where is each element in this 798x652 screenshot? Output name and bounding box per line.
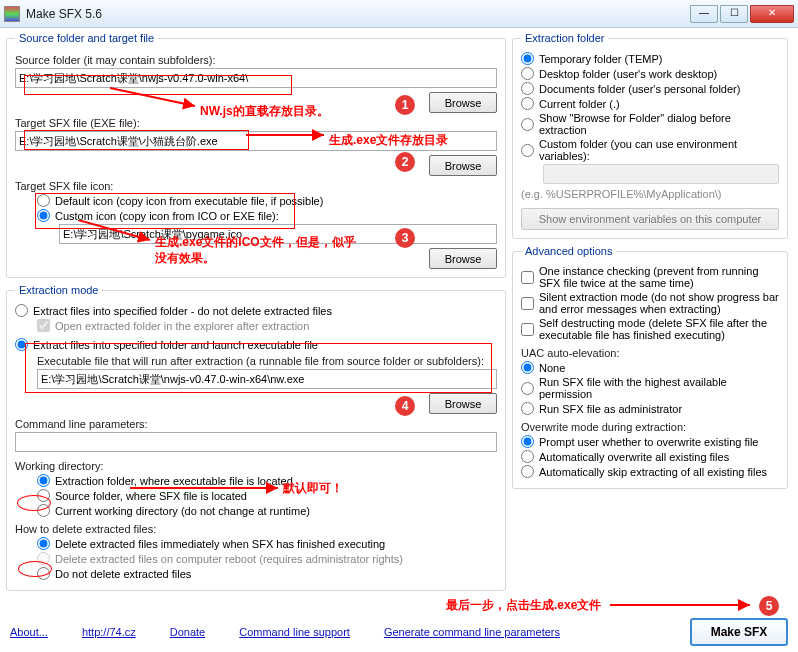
check-silent[interactable]: Silent extraction mode (do not show prog…	[521, 291, 779, 315]
footer: About... http://74.cz Donate Command lin…	[0, 618, 798, 646]
label-working-dir: Working directory:	[15, 460, 497, 472]
legend-advanced: Advanced options	[521, 245, 616, 257]
radio-ow-skip[interactable]: Automatically skip extracting of all exi…	[521, 465, 779, 478]
radio-uac-highest[interactable]: Run SFX file with the highest available …	[521, 376, 779, 400]
window-title: Make SFX 5.6	[26, 7, 688, 21]
radio-folder-current[interactable]: Current folder (.)	[521, 97, 779, 110]
label-cmd-params: Command line parameters:	[15, 418, 497, 430]
input-source-folder[interactable]	[15, 68, 497, 88]
app-icon	[4, 6, 20, 22]
browse-exe-button[interactable]: Browse	[429, 393, 497, 414]
label-source-folder: Source folder (it may contain subfolders…	[15, 54, 497, 66]
close-button[interactable]: ✕	[750, 5, 794, 23]
radio-wd-current[interactable]: Current working directory (do not change…	[37, 504, 497, 517]
label-delete-mode: How to delete extracted files:	[15, 523, 497, 535]
check-open-after: Open extracted folder in the explorer af…	[37, 319, 497, 332]
label-target-file: Target SFX file (EXE file):	[15, 117, 497, 129]
radio-wd-extraction[interactable]: Extraction folder, where executable file…	[37, 474, 497, 487]
radio-folder-browse[interactable]: Show "Browse for Folder" dialog before e…	[521, 112, 779, 136]
radio-del-none[interactable]: Do not delete extracted files	[37, 567, 497, 580]
radio-uac-admin[interactable]: Run SFX file as administrator	[521, 402, 779, 415]
check-self-destruct[interactable]: Self destructing mode (delete SFX file a…	[521, 317, 779, 341]
label-exe-file: Executable file that will run after extr…	[37, 355, 497, 367]
radio-wd-source[interactable]: Source folder, where SFX file is located	[37, 489, 497, 502]
link-cmdline-support[interactable]: Command line support	[239, 626, 350, 638]
link-about[interactable]: About...	[10, 626, 48, 638]
link-site[interactable]: http://74.cz	[82, 626, 136, 638]
group-advanced: Advanced options One instance checking (…	[512, 245, 788, 489]
make-sfx-button[interactable]: Make SFX	[690, 618, 788, 646]
input-cmd-params[interactable]	[15, 432, 497, 452]
browse-source-button[interactable]: Browse	[429, 92, 497, 113]
group-extraction-mode: Extraction mode Extract files into speci…	[6, 284, 506, 591]
check-one-instance[interactable]: One instance checking (prevent from runn…	[521, 265, 779, 289]
legend-extraction-mode: Extraction mode	[15, 284, 102, 296]
legend-source-target: Source folder and target file	[15, 32, 158, 44]
browse-target-button[interactable]: Browse	[429, 155, 497, 176]
label-target-icon: Target SFX file icon:	[15, 180, 497, 192]
radio-del-immediate[interactable]: Delete extracted files immediately when …	[37, 537, 497, 550]
radio-ow-overwrite[interactable]: Automatically overwrite all existing fil…	[521, 450, 779, 463]
radio-del-reboot: Delete extracted files on computer reboo…	[37, 552, 497, 565]
link-generate-cmdline[interactable]: Generate command line parameters	[384, 626, 560, 638]
radio-extract-launch[interactable]: Extract files into specified folder and …	[15, 338, 497, 351]
input-custom-folder	[543, 164, 779, 184]
input-icon-path[interactable]	[59, 224, 497, 244]
radio-folder-custom[interactable]: Custom folder (you can use environment v…	[521, 138, 779, 162]
radio-folder-documents[interactable]: Documents folder (user's personal folder…	[521, 82, 779, 95]
radio-ow-prompt[interactable]: Prompt user whether to overwrite existin…	[521, 435, 779, 448]
input-exe-file[interactable]	[37, 369, 497, 389]
minimize-button[interactable]: —	[690, 5, 718, 23]
label-uac: UAC auto-elevation:	[521, 347, 779, 359]
label-overwrite: Overwrite mode during extraction:	[521, 421, 779, 433]
radio-extract-nodelete[interactable]: Extract files into specified folder - do…	[15, 304, 497, 317]
radio-uac-none[interactable]: None	[521, 361, 779, 374]
group-extraction-folder: Extraction folder Temporary folder (TEMP…	[512, 32, 788, 239]
radio-custom-icon[interactable]: Custom icon (copy icon from ICO or EXE f…	[37, 209, 497, 222]
legend-extraction-folder: Extraction folder	[521, 32, 608, 44]
link-donate[interactable]: Donate	[170, 626, 205, 638]
maximize-button[interactable]: ☐	[720, 5, 748, 23]
window-titlebar: Make SFX 5.6 — ☐ ✕	[0, 0, 798, 28]
group-source-target: Source folder and target file Source fol…	[6, 32, 506, 278]
hint-env-example: (e.g. %USERPROFILE%\MyApplication\)	[521, 188, 779, 200]
input-target-file[interactable]	[15, 131, 497, 151]
radio-folder-temp[interactable]: Temporary folder (TEMP)	[521, 52, 779, 65]
show-env-vars-button[interactable]: Show environment variables on this compu…	[521, 208, 779, 230]
radio-folder-desktop[interactable]: Desktop folder (user's work desktop)	[521, 67, 779, 80]
browse-icon-button[interactable]: Browse	[429, 248, 497, 269]
radio-default-icon[interactable]: Default icon (copy icon from executable …	[37, 194, 497, 207]
